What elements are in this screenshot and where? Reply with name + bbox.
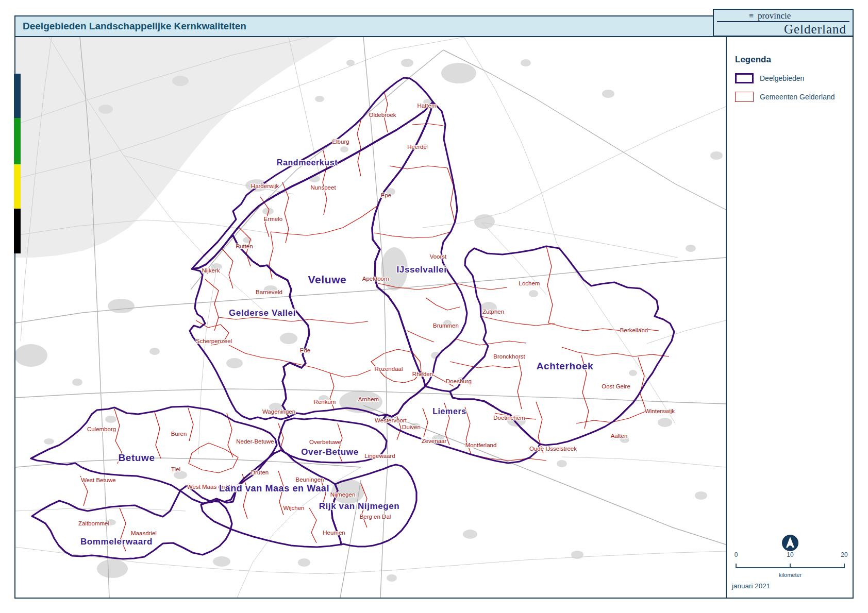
muni-label-brummen: Brummen [433,322,459,329]
date-label: januari 2021 [732,582,770,590]
color-strip-navy [14,74,21,118]
legend-panel: Legenda Deelgebieden Gemeenten Gelderlan… [726,37,853,598]
muni-label-heerde: Heerde [407,144,427,150]
color-strip-green [14,118,21,164]
muni-label-heumen: Heumen [323,530,345,536]
map-sheet: Deelgebieden Landschappelijke Kernkwalit… [0,0,868,613]
muni-label-tiel: Tiel [171,466,180,472]
color-strip-black [14,209,21,253]
deelgebied-bommelerwaard [32,486,232,559]
muni-label-putten: Putten [236,243,253,249]
scale-bar [736,564,845,568]
map-area: HattemOldebroekElburgHeerdeHarderwijkNun… [15,37,726,598]
muni-label-oldebroek: Oldebroek [369,112,396,118]
muni-label-elburg: Elburg [332,139,349,145]
muni-label-winterswijk: Winterswijk [645,408,675,414]
muni-label-wijchen: Wijchen [283,505,305,511]
region-label-ijsselvallei: IJsselvallei [397,265,447,275]
muni-label-zaltbommel: Zaltbommel [78,520,109,526]
muni-label-montferland: Montferland [465,442,497,448]
muni-label-wageningen: Wageningen [262,408,295,415]
map-canvas: HattemOldebroekElburgHeerdeHarderwijkNun… [15,37,726,598]
region-label-randmeerkust: Randmeerkust [277,158,338,167]
region-label-veluwe: Veluwe [308,274,347,285]
logo-bars-icon: ≡ [749,10,754,21]
region-label-rijk-van-nijmegen: Rijk van Nijmegen [319,501,400,511]
region-label-over-betuwe: Over-Betuwe [301,447,358,457]
muni-label-nijmegen: Nijmegen [330,491,356,498]
muni-label-culemborg: Culemborg [87,426,116,432]
provincie-gelderland-logo: ≡provincie Gelderland [713,9,854,37]
legend-item-gemeenten: Gemeenten Gelderland [735,92,853,102]
muni-label-berkelland: Berkelland [620,327,648,333]
muni-label-nijkerk: Nijkerk [202,267,220,274]
muni-label-ermelo: Ermelo [264,216,282,222]
legend: Legenda Deelgebieden Gemeenten Gelderlan… [727,37,853,102]
region-label-land-van-maas-en-waal: Land van Maas en Waal [219,483,329,493]
scale-tick-0: 0 [735,551,738,558]
muni-label-nunspeet: Nunspeet [310,184,336,191]
scale-unit-label: kilometer [779,572,802,578]
muni-label-maasdriel: Maasdriel [131,530,157,536]
legend-heading: Legenda [735,55,853,65]
muni-label-druten: Druten [251,469,269,475]
muni-label-overbetuwe: Overbetuwe [309,439,341,445]
muni-label-hattem: Hattem [417,103,436,109]
legend-item-label: Deelgebieden [760,74,804,82]
deelgebieden-swatch [735,73,754,83]
muni-label-west-betuwe: West Betuwe [81,477,116,483]
muni-label-oost-gelre: Oost Gelre [602,383,630,389]
region-label-gelderse-vallei: Gelderse Vallei [229,308,296,318]
muni-label-bronckhorst: Bronckhorst [493,353,525,360]
region-label-betuwe: Betuwe [118,452,155,463]
region-label-liemers: Liemers [432,407,466,416]
muni-label-apeldoorn: Apeldoorn [362,276,389,282]
muni-label-duiven: Duiven [402,424,421,430]
muni-label-beuningen: Beuningen [296,476,324,483]
map-frame: Deelgebieden Landschappelijke Kernkwalit… [14,15,854,599]
muni-label-lingewaard: Lingewaard [364,453,395,459]
muni-label-harderwijk: Harderwijk [251,183,279,189]
muni-label-barneveld: Barneveld [256,289,282,295]
color-strip-yellow [14,164,21,209]
muni-label-scherpenzeel: Scherpenzeel [196,338,232,344]
deelgebied-land-van-maas-en-waal [201,450,341,547]
muni-label-ede: Ede [300,347,310,353]
muni-label-arnhem: Arnhem [358,396,379,402]
scale-tick-10: 10 [787,551,793,558]
scale-tick-20: 20 [841,551,847,558]
muni-label-doetinchem: Doetinchem [493,415,525,421]
muni-label-buren: Buren [171,431,187,437]
logo-line-provincie: ≡provincie [717,10,849,22]
region-label-achterhoek: Achterhoek [537,361,594,371]
muni-label-epe: Epe [381,192,391,198]
muni-label-aalten: Aalten [611,433,628,439]
page-title: Deelgebieden Landschappelijke Kernkwalit… [23,21,246,32]
legend-item-deelgebieden: Deelgebieden [735,73,853,83]
muni-label-berg-en-dal: Berg en Dal [360,514,391,520]
muni-label-zutphen: Zutphen [482,309,504,315]
legend-item-label: Gemeenten Gelderland [760,93,835,101]
muni-label-renkum: Renkum [314,399,336,405]
muni-label-lochem: Lochem [519,280,540,286]
muni-label-zevenaar: Zevenaar [422,438,447,444]
muni-label-rozendaal: Rozendaal [375,366,403,372]
muni-label-oude-ijsselstreek: Oude IJsselstreek [529,446,577,452]
deelgebied-achterhoek [450,246,674,445]
region-label-bommelerwaard: Bommelerwaard [80,537,153,547]
muni-label-doesburg: Doesburg [446,378,472,384]
muni-label-rheden: Rheden [412,371,433,377]
logo-line-gelderland: Gelderland [717,22,849,36]
muni-label-voorst: Voorst [430,253,447,260]
gemeenten-swatch [735,92,754,102]
north-arrow-icon [782,535,798,551]
muni-label-westervoort: Westervoort [375,417,407,423]
muni-label-neder-betuwe: Neder-Betuwe [236,438,274,445]
